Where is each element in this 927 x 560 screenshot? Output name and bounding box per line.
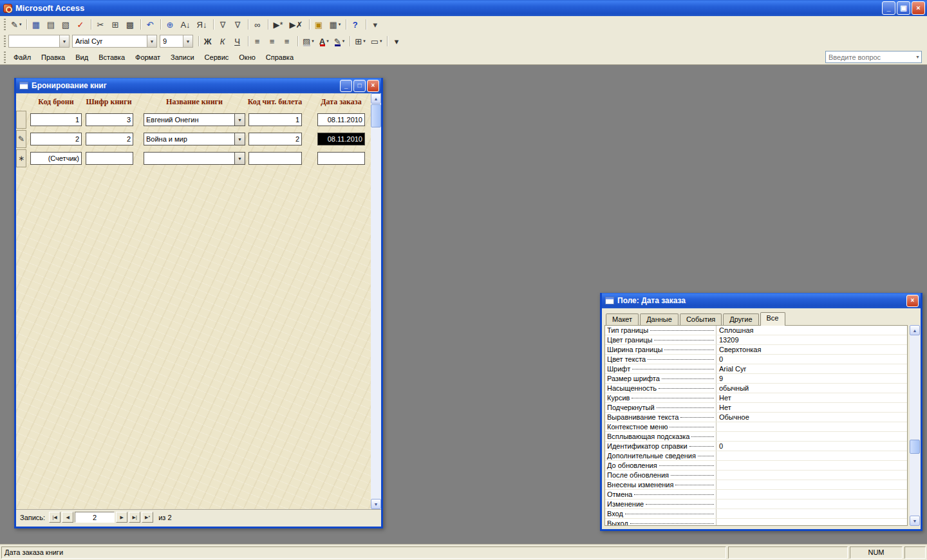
- form-minimize-button[interactable]: _: [340, 80, 352, 92]
- filter-by-selection-button[interactable]: ∇: [216, 17, 230, 32]
- apply-filter-button[interactable]: ∇: [230, 17, 245, 32]
- current-record-box[interactable]: 2: [75, 512, 115, 523]
- form-maximize-button[interactable]: □: [353, 80, 366, 92]
- menu-item[interactable]: Окно: [234, 51, 261, 63]
- property-titlebar[interactable]: Поле: Дата заказа ×: [602, 293, 921, 308]
- align-center-button[interactable]: ≡: [265, 34, 280, 48]
- align-right-button[interactable]: ≡: [280, 34, 295, 48]
- field-reader-ticket-code[interactable]: [248, 152, 302, 165]
- property-value-field[interactable]: 13209: [716, 335, 907, 344]
- property-vertical-scrollbar[interactable]: ▲ ▼: [910, 325, 920, 526]
- paste-button[interactable]: ▩: [123, 17, 138, 32]
- column-header-book-code[interactable]: Шифр книги: [83, 97, 135, 107]
- scrollbar-thumb[interactable]: [910, 440, 920, 454]
- property-value-field[interactable]: [716, 509, 907, 518]
- property-value-field[interactable]: Нет: [716, 393, 907, 402]
- font-size-combo[interactable]: 9 ▼: [160, 35, 193, 48]
- close-button[interactable]: ×: [912, 1, 925, 15]
- first-record-button[interactable]: |◀: [49, 512, 61, 523]
- last-record-button[interactable]: ▶|: [129, 512, 140, 523]
- scrollbar-thumb[interactable]: [371, 104, 381, 127]
- database-window-button[interactable]: ▣: [312, 17, 326, 32]
- field-booking-code[interactable]: 1: [30, 113, 82, 126]
- field-book-code[interactable]: [86, 152, 133, 165]
- form-close-button[interactable]: ×: [367, 80, 379, 92]
- scroll-down-button[interactable]: ▼: [910, 516, 920, 526]
- menu-item[interactable]: Справка: [261, 51, 299, 63]
- minimize-button[interactable]: _: [882, 1, 895, 15]
- property-tab[interactable]: Макет: [606, 313, 639, 325]
- underline-button[interactable]: Ч: [230, 34, 245, 48]
- field-order-date[interactable]: 08.11.2010: [317, 133, 365, 145]
- property-tab[interactable]: Все: [760, 312, 785, 326]
- field-order-date[interactable]: [317, 152, 365, 165]
- property-value-field[interactable]: Arial Cyr: [716, 364, 907, 373]
- goto-field-combo[interactable]: ▼: [8, 35, 70, 48]
- combo-dropdown-button[interactable]: ▼: [234, 133, 245, 145]
- new-object-button[interactable]: ▦ ▾: [326, 17, 343, 32]
- combo-dropdown-button[interactable]: ▼: [234, 114, 245, 126]
- align-left-button[interactable]: ≡: [250, 34, 265, 48]
- new-record-button[interactable]: ▶*: [270, 17, 286, 32]
- line-color-button[interactable]: ✎ ▾: [332, 34, 347, 48]
- scroll-up-button[interactable]: ▲: [371, 93, 381, 104]
- insert-hyperlink-button[interactable]: ⊕: [163, 17, 178, 32]
- save-button[interactable]: ▦: [29, 17, 44, 32]
- column-header-reader-ticket[interactable]: Код чит. билета: [246, 97, 304, 107]
- field-reader-ticket-code[interactable]: 1: [248, 113, 302, 126]
- print-preview-button[interactable]: ▧: [59, 17, 73, 32]
- row-selector[interactable]: [16, 111, 26, 129]
- toolbar-grip[interactable]: [4, 35, 6, 47]
- restore-button[interactable]: ▣: [897, 1, 910, 15]
- scroll-down-button[interactable]: ▼: [371, 499, 381, 509]
- property-value-field[interactable]: [716, 490, 907, 499]
- property-tab[interactable]: Другие: [723, 313, 758, 325]
- spelling-button[interactable]: ✓: [73, 17, 88, 32]
- field-book-title-combo[interactable]: Евгений Онегин ▼: [144, 113, 245, 126]
- property-value-field[interactable]: Нет: [716, 403, 907, 412]
- copy-button[interactable]: ⊞: [108, 17, 123, 32]
- property-value-field[interactable]: [716, 480, 907, 489]
- form-vertical-scrollbar[interactable]: ▲ ▼: [371, 93, 381, 509]
- property-tab[interactable]: События: [680, 313, 722, 325]
- bold-button[interactable]: Ж: [201, 34, 216, 48]
- print-button[interactable]: ▤: [44, 17, 59, 32]
- property-value-field[interactable]: обычный: [716, 384, 907, 393]
- next-record-button[interactable]: ▶: [116, 512, 127, 523]
- property-value-field[interactable]: [716, 432, 907, 441]
- field-order-date[interactable]: 08.11.2010: [317, 113, 365, 126]
- combo-arrow-icon[interactable]: ▼: [183, 35, 192, 47]
- row-selector[interactable]: ∗: [16, 149, 26, 167]
- menu-item[interactable]: Вставка: [93, 51, 130, 63]
- form-titlebar[interactable]: Бронирование книг _ □ ×: [16, 78, 381, 93]
- delete-record-button[interactable]: ▶✗: [287, 17, 307, 32]
- combo-dropdown-button[interactable]: ▼: [234, 153, 245, 164]
- property-value-field[interactable]: Сплошная: [716, 326, 907, 335]
- field-book-code[interactable]: 2: [86, 133, 133, 145]
- field-book-title-combo[interactable]: Война и мир ▼: [144, 133, 245, 145]
- italic-button[interactable]: К: [216, 34, 230, 48]
- field-book-title-combo[interactable]: ▼: [144, 152, 245, 165]
- property-value-field[interactable]: [716, 422, 907, 431]
- column-header-order-date[interactable]: Дата заказа: [317, 97, 365, 107]
- view-button[interactable]: ✎ ▾: [8, 17, 24, 32]
- menubar-grip[interactable]: [4, 51, 6, 63]
- help-button[interactable]: ?: [348, 17, 363, 32]
- property-value-field[interactable]: Сверхтонкая: [716, 345, 907, 354]
- property-value-field[interactable]: Обычное: [716, 413, 907, 422]
- menu-item[interactable]: Записи: [165, 51, 200, 63]
- undo-button[interactable]: ↶: [143, 17, 158, 32]
- toolbar-options-button[interactable]: ▾: [389, 34, 404, 48]
- combo-arrow-icon[interactable]: ▼: [59, 35, 69, 47]
- special-effect-button[interactable]: ▭ ▾: [368, 34, 385, 48]
- combo-arrow-icon[interactable]: ▼: [147, 35, 156, 47]
- new-record-button[interactable]: ▶*: [142, 512, 153, 523]
- toolbar-grip[interactable]: [4, 19, 6, 30]
- row-selector[interactable]: ✎: [16, 130, 26, 148]
- property-close-button[interactable]: ×: [906, 295, 919, 307]
- font-name-combo[interactable]: Arial Cyr ▼: [72, 35, 157, 48]
- find-button[interactable]: ∞: [250, 17, 265, 32]
- previous-record-button[interactable]: ◀: [62, 512, 73, 523]
- combo-arrow-icon[interactable]: ▼: [915, 55, 920, 59]
- ask-question-input[interactable]: [825, 51, 922, 63]
